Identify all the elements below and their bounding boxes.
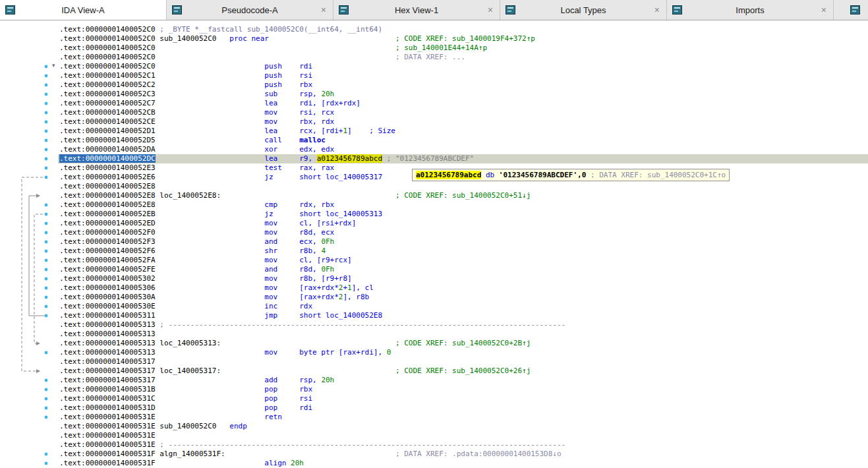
line-address: .text:000000014000531C [59,394,156,403]
listing-line[interactable]: .text:00000001400052E8 loc_1400052E8: ; … [58,191,868,200]
code-token: ; CODE XREF: sub_1400052C0+51↓j [221,191,531,200]
listing-line[interactable]: .text:00000001400052FE and r8d, 0Fh [58,265,868,274]
code-token: sub_1400052C0 [156,422,217,430]
tab-hex-view-1[interactable]: Hex View-1× [333,0,500,20]
listing-line[interactable]: .text:00000001400052D5 call malloc [58,136,868,145]
listing-line[interactable]: .text:000000014000530E inc rdx [58,302,868,311]
callee-name[interactable]: malloc [299,136,326,144]
tab-local-types[interactable]: Local Types× [500,0,667,20]
listing-line[interactable]: .text:00000001400052C0 push rdi [58,62,868,71]
close-icon[interactable]: × [321,5,326,15]
listing-line[interactable]: .text:00000001400052E8 [58,182,868,191]
line-marker-dot [45,351,48,355]
disassembly-listing[interactable]: .text:00000001400052C0 ; _BYTE *__fastca… [58,20,868,468]
close-icon[interactable]: × [654,5,660,15]
listing-line[interactable]: .text:000000014000531F algn_14000531F: ;… [58,450,868,459]
tab-bar-right [834,0,868,20]
jump-arrows [22,177,47,371]
listing-line[interactable]: .text:00000001400052D1 lea rcx, [rdi+1] … [58,127,868,136]
code-token: align [156,459,291,467]
line-marker-dot [45,121,48,124]
listing-line[interactable]: .text:00000001400052C0 ; _BYTE *__fastca… [58,25,868,34]
code-token: sub_1400052C0 [156,34,217,43]
line-marker-dot [45,296,48,299]
line-address: .text:0000000140005311 [59,311,156,320]
listing-line[interactable]: .text:0000000140005313 mov byte ptr [rax… [58,348,868,357]
listing-line[interactable]: .text:000000014000531E [58,431,868,440]
listing-line[interactable]: .text:00000001400052EB jz short loc_1400… [58,210,868,219]
code-token: 4 [321,247,326,255]
listing-line[interactable]: .text:00000001400052CE mov rbx, rdx [58,117,868,127]
listing-line[interactable]: .text:000000014000531B pop rbx [58,385,868,394]
line-marker-dot [45,314,48,318]
listing-line[interactable]: .text:0000000140005313 ; ---------------… [58,320,868,330]
listing-line[interactable]: .text:00000001400052C0 ; sub_140001E44+1… [58,44,868,53]
highlighted-identifier[interactable]: a0123456789abcd [317,154,382,163]
line-marker-dot [45,241,48,244]
listing-line[interactable]: .text:00000001400052ED mov cl, [rsi+rdx] [58,219,868,228]
code-token: lea rdi, [rdx+rdx] [156,99,361,107]
line-marker-dot [45,259,48,262]
listing-line[interactable]: .text:00000001400052DA xor edx, edx [58,145,868,154]
listing-line[interactable]: .text:00000001400052C7 lea rdi, [rdx+rdx… [58,99,868,108]
code-token: loc_140005317: [156,366,221,375]
listing-line[interactable]: .text:00000001400052C2 push rbx [58,80,868,90]
listing-line[interactable]: .text:000000014000531E retn [58,413,868,422]
listing-line[interactable]: .text:00000001400052F3 and ecx, 0Fh [58,237,868,247]
listing-line[interactable]: .text:0000000140005306 mov [rax+rdx*2+1]… [58,283,868,293]
listing-line[interactable]: .text:000000014000531F align 20h [58,459,868,468]
line-marker-dot [45,250,48,253]
listing-line[interactable]: .text:000000014000531E sub_1400052C0 end… [58,422,868,431]
listing-line[interactable]: .text:00000001400052CB mov rsi, rcx [58,108,868,117]
line-marker-dot [45,176,48,179]
code-token: shr r8b, [156,247,322,255]
collapse-arrow-icon[interactable]: ▾ [52,61,55,70]
code-token: inc rdx [156,302,312,310]
line-marker-dot [45,397,48,401]
listing-line[interactable]: .text:00000001400052E8 cmp rdx, rbx [58,200,868,210]
listing-line[interactable]: .text:000000014000531E ; ---------------… [58,440,868,450]
tab-ida-view-a[interactable]: IDA View-A [0,0,167,20]
hint-token: db [486,171,499,179]
line-marker-dot [45,287,48,290]
line-address: .text:00000001400052C0 [59,34,156,43]
listing-line[interactable]: .text:000000014000530A mov [rax+rdx*2], … [58,293,868,302]
line-marker-dot [45,102,48,105]
code-token [382,154,387,163]
close-icon[interactable]: × [821,5,826,15]
listing-line[interactable]: .text:0000000140005317 [58,357,868,366]
listing-line[interactable]: .text:0000000140005302 mov r8b, [r9+r8] [58,274,868,283]
code-token: mov r8d, ecx [156,228,335,237]
close-icon[interactable]: × [488,5,493,15]
listing-line[interactable]: .text:00000001400052FA mov cl, [r9+rcx] [58,256,868,265]
line-address: .text:00000001400052CB [59,108,156,117]
desktop-windows-icon[interactable] [850,5,860,15]
tab-imports[interactable]: Imports× [667,0,834,20]
code-token: retn [156,413,282,421]
listing-line[interactable]: .text:00000001400052C1 push rsi [58,71,868,80]
line-marker-dot [45,305,48,308]
tab-pseudocode-a[interactable]: Pseudocode-A× [167,0,333,20]
listing-line[interactable]: .text:00000001400052F6 shr r8b, 4 [58,247,868,256]
line-address: .text:000000014000531E [59,440,156,449]
listing-line[interactable]: .text:00000001400052C3 sub rsp, 20h [58,90,868,99]
code-token: 0 [387,348,391,357]
line-address: .text:00000001400052ED [59,219,156,227]
line-marker-dot [45,93,48,96]
listing-line[interactable]: .text:0000000140005311 jmp short loc_140… [58,311,868,320]
listing-line[interactable]: .text:000000014000531D pop rdi [58,403,868,413]
line-address: .text:000000014000531F [59,459,156,467]
listing-line[interactable]: .text:0000000140005313 loc_140005313: ; … [58,339,868,348]
listing-line[interactable]: .text:0000000140005317 add rsp, 20h [58,376,868,385]
listing-line[interactable]: .text:00000001400052C0 ; DATA XREF: ... [58,53,868,62]
hint-token: ; DATA XREF: sub_1400052C0+1C↑o [591,171,726,179]
listing-line[interactable]: .text:00000001400052F0 mov r8d, ecx [58,228,868,237]
listing-line[interactable]: .text:00000001400052C0 sub_1400052C0 pro… [58,34,868,44]
listing-line[interactable]: .text:000000014000531C pop rsi [58,394,868,403]
listing-line[interactable]: .text:0000000140005313 [58,330,868,339]
code-token: and ecx, [156,237,322,246]
listing-line[interactable]: .text:00000001400052DC lea r9, a01234567… [58,154,868,163]
line-address: .text:00000001400052C0 [59,44,156,52]
line-address: .text:00000001400052CE [59,117,156,126]
listing-line[interactable]: .text:0000000140005317 loc_140005317: ; … [58,366,868,376]
